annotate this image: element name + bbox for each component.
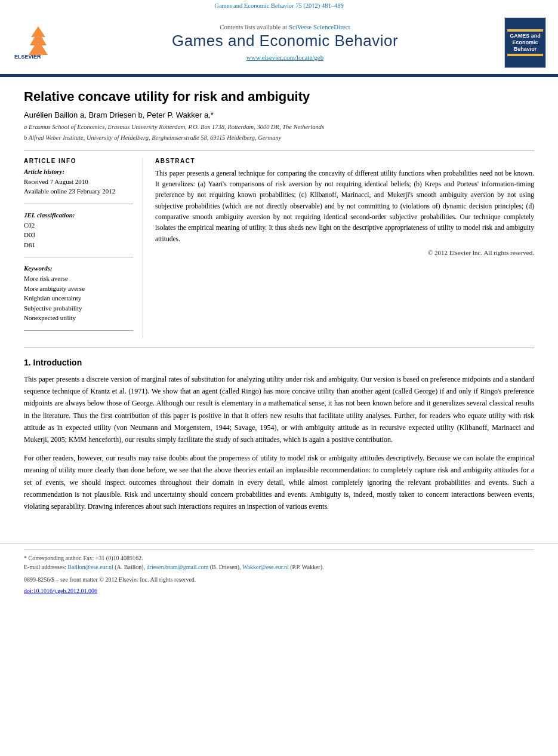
article-title: Relative concave utility for risk and am… (24, 89, 534, 105)
abstract-text: This paper presents a general technique … (155, 168, 534, 245)
journal-title-main: Games and Economic Behavior (66, 32, 504, 50)
authors-line: Aurélien Baillon a, Bram Driesen b, Pete… (24, 110, 534, 119)
keywords-list: More risk averse More ambiguity averse K… (24, 273, 133, 323)
issn-line: 0899-8256/$ – see front matter © 2012 El… (24, 576, 534, 583)
article-history-label: Article history: (24, 168, 133, 175)
cover-box: GAMES and Economic Behavior (504, 17, 546, 68)
intro-para1: This paper presents a discrete version o… (24, 373, 534, 446)
emails-label: E-mail addresses: (24, 564, 66, 570)
intro-heading: 1. Introduction (24, 358, 534, 367)
article-container: Relative concave utility for risk and am… (0, 77, 558, 531)
journal-citation: Games and Economic Behavior 75 (2012) 48… (0, 0, 558, 11)
elsevier-logo: ELSEVIER (12, 24, 66, 62)
journal-header: ELSEVIER Contents lists available at Sci… (0, 11, 558, 76)
journal-title-block: Contents lists available at SciVerse Sci… (66, 23, 504, 62)
cover-accent-bottom (507, 54, 543, 56)
affiliation-a: a Erasmus School of Economics, Erasmus U… (24, 122, 534, 132)
affiliation-b: b Alfred Weber Institute, University of … (24, 133, 534, 143)
footer-divider (24, 549, 534, 550)
email3-link[interactable]: Wakker@ese.eur.nl (242, 564, 289, 570)
sciversedirect-link[interactable]: SciVerse ScienceDirect (289, 23, 350, 30)
footer-area: * Corresponding author. Fax: +31 (0)10 4… (0, 543, 558, 600)
doi-link[interactable]: doi:10.1016/j.geb.2012.01.006 (24, 588, 97, 594)
after-affiliations-divider (24, 150, 534, 150)
author1-label: (A. Baillon), (115, 564, 145, 570)
abstract-column: ABSTRACT This paper presents a general t… (155, 158, 534, 338)
svg-text:ELSEVIER: ELSEVIER (14, 54, 41, 60)
article-history-group: Article history: Received 7 August 2010 … (24, 168, 133, 196)
cover-title-line2: Economic (512, 39, 538, 46)
doi-line: doi:10.1016/j.geb.2012.01.006 (24, 588, 534, 594)
intro-para2: For other readers, however, our results … (24, 452, 534, 513)
keywords-label: Keywords: (24, 265, 133, 272)
info-divider-1 (24, 204, 133, 204)
available-date: Available online 23 February 2012 (24, 186, 133, 196)
article-info-column: ARTICLE INFO Article history: Received 7… (24, 158, 143, 338)
keywords-group: Keywords: More risk averse More ambiguit… (24, 265, 133, 323)
footnote-star: * Corresponding author. Fax: +31 (0)10 4… (24, 554, 534, 563)
after-abstract-divider (24, 348, 534, 348)
copyright-line: © 2012 Elsevier Inc. All rights reserved… (155, 249, 534, 256)
journal-url-link[interactable]: www.elsevier.com/locate/geb (246, 54, 323, 61)
citation-text: Games and Economic Behavior 75 (2012) 48… (214, 2, 343, 9)
footnote-emails: E-mail addresses: Baillon@ese.eur.nl (A.… (24, 563, 534, 571)
jel-codes: C02 D03 D81 (24, 220, 133, 250)
issn-text: 0899-8256/$ – see front matter © 2012 El… (24, 576, 196, 583)
journal-cover-image: GAMES and Economic Behavior (504, 17, 546, 68)
article-info-label: ARTICLE INFO (24, 158, 133, 164)
abstract-label: ABSTRACT (155, 158, 534, 164)
cover-title-line3: Behavior (514, 46, 537, 53)
author2-label: (B. Driesen), (210, 564, 241, 570)
author3-label: (P.P. Wakker). (290, 564, 323, 570)
cover-accent-top (507, 29, 543, 32)
received-date: Received 7 August 2010 (24, 177, 133, 187)
info-divider-3 (24, 330, 133, 331)
jel-classification-group: JEL classification: C02 D03 D81 (24, 211, 133, 250)
jel-label: JEL classification: (24, 211, 133, 219)
cover-title-line1: GAMES and (510, 33, 541, 39)
email1-link[interactable]: Baillon@ese.eur.nl (67, 564, 113, 570)
content-list-line: Contents lists available at SciVerse Sci… (66, 23, 504, 30)
email2-link[interactable]: driesen.bram@gmail.com (147, 564, 209, 570)
info-divider-2 (24, 257, 133, 257)
article-info-abstract-section: ARTICLE INFO Article history: Received 7… (24, 158, 534, 338)
